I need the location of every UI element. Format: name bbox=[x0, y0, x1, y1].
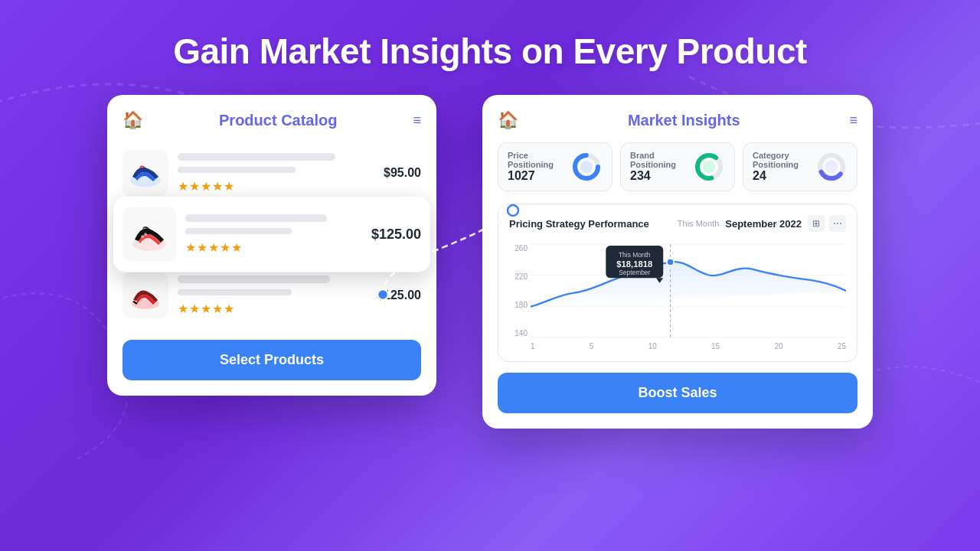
product-image-3 bbox=[122, 272, 168, 318]
chart-calendar-icon[interactable]: ⊞ bbox=[808, 215, 825, 232]
metric-brand-icon bbox=[693, 151, 725, 183]
cards-container: 🏠 Product Catalog ≡ ★★★★★ $95.00 bbox=[0, 95, 980, 429]
product-price-2: $125.00 bbox=[371, 227, 421, 243]
chart-date: September 2022 bbox=[725, 218, 802, 230]
chart-data-point bbox=[667, 259, 674, 266]
metric-category-icon bbox=[815, 151, 848, 183]
product-stars-2: ★★★★★ bbox=[185, 240, 362, 255]
insights-card-header: 🏠 Market Insights ≡ bbox=[498, 110, 858, 130]
svg-point-2 bbox=[141, 235, 144, 238]
insights-card-title: Market Insights bbox=[526, 112, 841, 129]
metric-category-positioning[interactable]: Category Positioning 24 bbox=[743, 142, 858, 191]
metric-category-label: Category Positioning bbox=[753, 151, 809, 169]
product-item-2[interactable]: ★★★★★ $125.00 bbox=[113, 197, 430, 272]
y-label-180: 180 bbox=[509, 301, 528, 309]
insights-home-icon: 🏠 bbox=[498, 110, 518, 130]
line-chart-svg: This Month $18,1818 September bbox=[531, 241, 846, 341]
product-stars-3: ★★★★★ bbox=[178, 302, 368, 316]
chart-section: Pricing Strategy Performance This Month … bbox=[498, 204, 858, 362]
chart-x-labels: 1 5 10 15 20 25 bbox=[531, 342, 846, 350]
metric-brand-positioning[interactable]: Brand Positioning 234 bbox=[620, 142, 735, 191]
svg-point-10 bbox=[703, 161, 715, 173]
catalog-card-title: Product Catalog bbox=[151, 112, 405, 129]
x-label-25: 25 bbox=[838, 342, 846, 350]
svg-text:September: September bbox=[619, 269, 650, 276]
svg-text:This Month: This Month bbox=[619, 251, 651, 259]
product-price-1: $95.00 bbox=[384, 166, 421, 180]
chart-title: Pricing Strategy Performance bbox=[509, 218, 671, 230]
chart-y-labels: 260 220 180 140 bbox=[509, 241, 531, 341]
product-name-bar-3 bbox=[178, 276, 330, 283]
product-price-3: $125.00 bbox=[377, 289, 421, 302]
select-products-button[interactable]: Select Products bbox=[122, 340, 421, 380]
product-image-2 bbox=[122, 207, 176, 261]
product-item-3[interactable]: ★★★★★ $125.00 bbox=[122, 265, 421, 326]
product-stars-1: ★★★★★ bbox=[178, 179, 374, 194]
product-name-bar-2 bbox=[185, 214, 327, 222]
x-label-5: 5 bbox=[590, 342, 594, 350]
product-image-1 bbox=[122, 150, 168, 196]
catalog-menu-icon[interactable]: ≡ bbox=[413, 112, 421, 129]
catalog-home-icon: 🏠 bbox=[122, 110, 143, 130]
boost-sales-button[interactable]: Boost Sales bbox=[498, 373, 858, 413]
svg-point-3 bbox=[144, 233, 147, 236]
insights-card: 🏠 Market Insights ≡ Price Positioning 10… bbox=[482, 95, 873, 429]
svg-text:$18,1818: $18,1818 bbox=[616, 259, 652, 269]
product-name-bar-1 bbox=[178, 153, 335, 161]
metric-price-icon bbox=[570, 151, 603, 183]
product-sub-bar-1 bbox=[178, 167, 296, 173]
catalog-card-header: 🏠 Product Catalog ≡ bbox=[122, 110, 421, 130]
metrics-row: Price Positioning 1027 Brand Positioning… bbox=[498, 142, 858, 191]
x-label-1: 1 bbox=[531, 342, 535, 350]
chart-area: This Month $18,1818 September bbox=[531, 241, 846, 341]
product-sub-bar-3 bbox=[178, 289, 292, 295]
product-item-1[interactable]: ★★★★★ $95.00 bbox=[122, 142, 421, 204]
metric-category-value: 24 bbox=[753, 169, 809, 183]
metric-price-value: 1027 bbox=[508, 169, 564, 183]
y-label-140: 140 bbox=[509, 329, 528, 337]
chart-action-icons: ⊞ ⋯ bbox=[808, 215, 846, 232]
product-details-3: ★★★★★ bbox=[178, 276, 368, 316]
chart-period: This Month bbox=[678, 219, 719, 228]
catalog-card: 🏠 Product Catalog ≡ ★★★★★ $95.00 bbox=[107, 95, 436, 396]
metric-brand-info: Brand Positioning 234 bbox=[630, 151, 687, 183]
x-label-15: 15 bbox=[711, 342, 720, 350]
product-details-1: ★★★★★ bbox=[178, 153, 374, 194]
metric-brand-value: 234 bbox=[630, 169, 687, 183]
metric-category-info: Category Positioning 24 bbox=[753, 151, 809, 183]
chart-header: Pricing Strategy Performance This Month … bbox=[509, 215, 846, 232]
metric-price-info: Price Positioning 1027 bbox=[508, 151, 564, 183]
x-label-10: 10 bbox=[648, 342, 657, 350]
x-label-20: 20 bbox=[774, 342, 782, 350]
page-title: Gain Market Insights on Every Product bbox=[0, 0, 980, 72]
svg-point-13 bbox=[825, 161, 838, 173]
metric-brand-label: Brand Positioning bbox=[630, 151, 687, 169]
product-sub-bar-2 bbox=[185, 228, 292, 234]
svg-point-7 bbox=[580, 161, 593, 173]
metric-price-positioning[interactable]: Price Positioning 1027 bbox=[498, 142, 612, 191]
y-label-260: 260 bbox=[509, 244, 528, 253]
chart-more-icon[interactable]: ⋯ bbox=[829, 215, 846, 232]
insights-menu-icon[interactable]: ≡ bbox=[849, 112, 858, 129]
metric-price-label: Price Positioning bbox=[508, 151, 564, 169]
y-label-220: 220 bbox=[509, 272, 528, 281]
product-details-2: ★★★★★ bbox=[185, 214, 362, 255]
